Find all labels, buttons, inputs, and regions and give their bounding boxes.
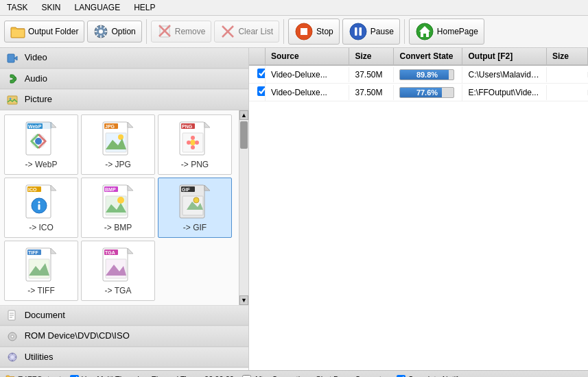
row2-checkbox[interactable] — [257, 86, 266, 96]
svg-text:ICO: ICO — [28, 187, 37, 192]
format-tiff[interactable]: TIFF -> TIFF — [4, 241, 78, 301]
remove-icon — [157, 24, 172, 39]
clear-list-icon — [220, 24, 235, 39]
svg-rect-1 — [12, 29, 24, 37]
document-header[interactable]: Document — [0, 306, 248, 326]
svg-text:BMP: BMP — [105, 187, 116, 192]
remove-button[interactable]: Remove — [151, 21, 212, 42]
picture-formats-container: WebP -> WebP JPG — [0, 110, 248, 305]
utilities-icon — [7, 352, 21, 362]
svg-point-37 — [190, 140, 196, 145]
folder-icon — [10, 24, 25, 39]
format-tga[interactable]: TGA -> TGA — [81, 241, 155, 301]
gif-icon: GIF — [177, 183, 213, 221]
menu-task[interactable]: TASK — [3, 1, 32, 14]
picture-icon — [7, 94, 21, 104]
svg-point-3 — [99, 29, 103, 34]
pause-button[interactable]: Pause — [342, 19, 400, 45]
rom-label: ROM Device\DVD\CD\ISO — [25, 330, 130, 341]
svg-marker-33 — [204, 122, 210, 127]
format-webp[interactable]: WebP -> WebP — [4, 114, 78, 175]
statusbar: E:\FFOutput Use Multi-Threads Elapsed Ti… — [0, 370, 588, 377]
webp-icon: WebP — [23, 120, 59, 158]
row1-progress-text: 89.8% — [400, 70, 454, 80]
jpg-label: -> JPG — [105, 160, 131, 169]
th-convert[interactable]: Convert State — [394, 48, 462, 64]
svg-point-60 — [193, 197, 199, 203]
th-size1[interactable]: Size — [349, 48, 394, 64]
menu-skin[interactable]: SKIN — [37, 1, 64, 14]
row2-size2 — [547, 90, 588, 95]
svg-marker-50 — [128, 185, 133, 191]
menu-help[interactable]: HELP — [130, 1, 159, 14]
picture-header[interactable]: Picture — [0, 90, 248, 110]
format-gif[interactable]: GIF -> GIF — [158, 178, 232, 238]
format-png[interactable]: PNG -> PNG — [158, 114, 232, 175]
format-jpg[interactable]: JPG -> JPG — [81, 114, 155, 175]
svg-text:TIFF: TIFF — [28, 250, 38, 255]
video-header[interactable]: Video — [0, 48, 248, 69]
row1-checkbox[interactable] — [257, 69, 266, 78]
row1-progress: 89.8% — [394, 66, 462, 83]
rom-header[interactable]: ROM Device\DVD\CD\ISO — [0, 326, 248, 347]
svg-rect-13 — [359, 27, 362, 36]
tga-icon: TGA — [100, 246, 136, 284]
utilities-header[interactable]: Utilities — [0, 348, 248, 368]
svg-rect-10 — [301, 28, 307, 35]
png-label: -> PNG — [181, 160, 209, 169]
after-converting-item: After Converting：Shut Down Computer — [242, 374, 388, 378]
svg-text:TGA: TGA — [105, 250, 115, 255]
scroll-thumb[interactable] — [240, 121, 248, 149]
row2-progress: 77.6% — [394, 84, 462, 101]
scroll-up-button[interactable]: ▲ — [239, 110, 248, 120]
separator-1 — [146, 19, 147, 44]
svg-marker-56 — [204, 185, 210, 191]
homepage-button[interactable]: HomePage — [409, 19, 484, 45]
picture-grid-scrollbar[interactable]: ▲ ▼ — [239, 110, 248, 305]
row1-output: C:\Users\Malavida... — [462, 67, 547, 82]
complete-notify-checkbox[interactable] — [397, 375, 405, 378]
stop-button[interactable]: Stop — [288, 19, 340, 45]
output-folder-label: Output Folder — [28, 27, 78, 36]
svg-point-31 — [118, 134, 124, 140]
th-size2[interactable]: Size — [547, 48, 588, 64]
audio-header[interactable]: Audio — [0, 69, 248, 90]
svg-point-18 — [10, 97, 12, 99]
gear-icon — [93, 24, 108, 39]
th-output[interactable]: Output [F2] — [462, 48, 547, 64]
svg-point-78 — [11, 356, 14, 359]
clear-list-label: Clear List — [238, 27, 273, 36]
th-source[interactable]: Source — [266, 48, 350, 64]
format-bmp[interactable]: BMP -> BMP — [81, 178, 155, 238]
menu-language[interactable]: LANGUAGE — [70, 1, 124, 14]
table-row[interactable]: Video-Deluxe... 37.50M 89.8% C:\Users\Ma… — [249, 66, 588, 84]
table-row[interactable]: Video-Deluxe... 37.50M 77.6% E:\FFOutput… — [249, 84, 588, 101]
row2-source: Video-Deluxe... — [266, 85, 350, 100]
clear-list-button[interactable]: Clear List — [214, 21, 279, 42]
scroll-thumb-area — [239, 120, 248, 295]
after-converting-checkbox[interactable] — [242, 375, 251, 378]
document-label: Document — [25, 310, 65, 320]
format-ico[interactable]: ICO -> ICO — [4, 178, 78, 238]
audio-icon — [7, 73, 21, 84]
audio-section: Audio — [0, 69, 248, 90]
after-converting-label: After Converting：Shut Down Computer — [254, 374, 388, 378]
content-area: Source Size Convert State Output [F2] Si… — [249, 48, 588, 370]
webp-label: -> WebP — [25, 160, 58, 169]
option-button[interactable]: Option — [87, 21, 141, 42]
svg-marker-62 — [51, 248, 56, 254]
audio-label: Audio — [25, 73, 47, 84]
scroll-down-button[interactable]: ▼ — [239, 295, 248, 305]
row2-check[interactable] — [249, 84, 266, 101]
svg-text:WebP: WebP — [28, 124, 42, 129]
document-icon — [7, 310, 21, 320]
row1-size1: 37.50M — [349, 67, 394, 82]
multi-threads-checkbox[interactable] — [70, 375, 79, 378]
jpg-icon: JPG — [100, 120, 136, 158]
row1-check[interactable] — [249, 66, 266, 83]
picture-section: Picture — [0, 90, 248, 306]
ico-label: -> ICO — [29, 223, 54, 232]
video-icon — [7, 52, 21, 62]
svg-point-11 — [350, 23, 366, 40]
output-folder-button[interactable]: Output Folder — [4, 21, 84, 42]
